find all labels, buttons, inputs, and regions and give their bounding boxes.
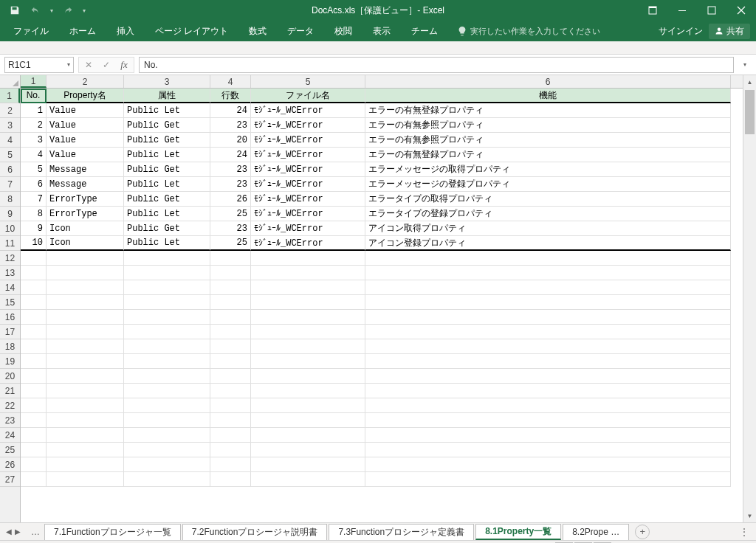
table-cell[interactable] — [210, 443, 251, 457]
table-cell[interactable] — [124, 428, 210, 443]
table-cell[interactable]: エラータイプの取得プロパティ — [365, 192, 731, 207]
table-cell[interactable]: Message — [47, 177, 124, 192]
row-header[interactable]: 9 — [0, 207, 20, 221]
table-cell[interactable] — [124, 339, 210, 354]
table-cell[interactable] — [47, 266, 124, 280]
table-cell[interactable]: 23 — [210, 118, 251, 133]
table-cell[interactable]: エラーの有無参照プロパティ — [365, 133, 731, 148]
ribbon-options-button[interactable] — [638, 0, 667, 21]
table-cell[interactable] — [251, 472, 365, 487]
table-cell[interactable]: Public Let — [124, 103, 210, 118]
table-cell[interactable] — [47, 413, 124, 428]
table-cell[interactable]: Value — [47, 133, 124, 148]
table-cell[interactable] — [210, 413, 251, 428]
table-cell[interactable]: 24 — [210, 103, 251, 118]
sheet-tab[interactable]: 7.2Functionプロシージャ説明書 — [182, 524, 328, 540]
save-button[interactable] — [6, 1, 24, 19]
tab-team[interactable]: チーム — [401, 21, 448, 41]
table-cell[interactable] — [47, 310, 124, 325]
table-cell[interactable] — [365, 443, 731, 457]
table-cell[interactable] — [21, 369, 47, 384]
fx-button[interactable]: fx — [116, 58, 132, 72]
undo-dropdown-icon[interactable]: ▾ — [47, 7, 56, 14]
table-cell[interactable] — [251, 280, 365, 295]
scrollbar-thumb[interactable] — [745, 90, 755, 134]
table-cell[interactable]: 5 — [21, 162, 47, 177]
table-header-cell[interactable]: 行数 — [210, 89, 251, 103]
row-header[interactable]: 21 — [0, 384, 20, 398]
table-cell[interactable] — [251, 369, 365, 384]
table-cell[interactable] — [210, 310, 251, 325]
table-cell[interactable] — [124, 398, 210, 413]
table-cell[interactable] — [124, 280, 210, 295]
table-cell[interactable] — [124, 295, 210, 310]
table-cell[interactable] — [365, 384, 731, 398]
table-cell[interactable] — [124, 413, 210, 428]
table-cell[interactable] — [124, 369, 210, 384]
row-header[interactable]: 10 — [0, 221, 20, 236]
table-cell[interactable] — [124, 457, 210, 472]
tab-page-layout[interactable]: ページ レイアウト — [145, 21, 238, 41]
table-cell[interactable] — [21, 472, 47, 487]
table-cell[interactable] — [251, 398, 365, 413]
table-cell[interactable]: エラータイプの登録プロパティ — [365, 207, 731, 221]
row-header[interactable]: 4 — [0, 133, 20, 148]
table-cell[interactable] — [124, 325, 210, 339]
row-header[interactable]: 23 — [0, 413, 20, 428]
table-cell[interactable] — [47, 369, 124, 384]
sheet-options-icon[interactable]: ⋮ — [732, 527, 756, 537]
table-cell[interactable] — [47, 280, 124, 295]
close-button[interactable] — [726, 0, 756, 21]
table-cell[interactable] — [21, 339, 47, 354]
table-cell[interactable] — [21, 354, 47, 369]
sheet-tab[interactable]: 8.1Property一覧 — [475, 524, 561, 540]
table-cell[interactable] — [210, 339, 251, 354]
table-cell[interactable]: Public Let — [124, 148, 210, 162]
table-cell[interactable] — [365, 295, 731, 310]
table-cell[interactable] — [365, 354, 731, 369]
table-cell[interactable] — [21, 251, 47, 266]
table-cell[interactable] — [365, 339, 731, 354]
table-cell[interactable] — [21, 413, 47, 428]
tab-data[interactable]: データ — [277, 21, 324, 41]
table-cell[interactable] — [124, 472, 210, 487]
table-cell[interactable] — [210, 295, 251, 310]
table-cell[interactable] — [251, 384, 365, 398]
table-cell[interactable]: ErrorType — [47, 192, 124, 207]
table-cell[interactable] — [210, 457, 251, 472]
add-sheet-button[interactable]: + — [635, 525, 650, 539]
table-cell[interactable]: Public Let — [124, 177, 210, 192]
table-cell[interactable]: 8 — [21, 207, 47, 221]
sheet-tab[interactable]: 7.3Functionプロシージャ定義書 — [329, 524, 474, 540]
table-cell[interactable] — [251, 339, 365, 354]
table-cell[interactable]: 2 — [21, 118, 47, 133]
table-cell[interactable] — [124, 384, 210, 398]
table-cell[interactable] — [210, 280, 251, 295]
table-cell[interactable]: アイコン登録プロパティ — [365, 236, 731, 251]
signin-link[interactable]: サインイン — [659, 25, 703, 38]
table-cell[interactable]: ErrorType — [47, 207, 124, 221]
cells-area[interactable]: No.Property名属性行数ファイル名機能1ValuePublic Let2… — [21, 89, 743, 522]
row-header[interactable]: 18 — [0, 339, 20, 354]
table-cell[interactable]: ﾓｼﾞｭｰﾙ_WCError — [251, 148, 365, 162]
table-cell[interactable] — [210, 354, 251, 369]
undo-button[interactable] — [27, 1, 44, 19]
table-cell[interactable]: Value — [47, 148, 124, 162]
table-cell[interactable] — [210, 398, 251, 413]
table-cell[interactable]: Value — [47, 103, 124, 118]
table-cell[interactable]: エラーの有無登録プロパティ — [365, 103, 731, 118]
table-cell[interactable]: 24 — [210, 148, 251, 162]
table-header-cell[interactable]: 属性 — [124, 89, 210, 103]
table-cell[interactable] — [365, 251, 731, 266]
qat-customize-icon[interactable]: ▾ — [80, 7, 89, 14]
table-cell[interactable]: ﾓｼﾞｭｰﾙ_WCError — [251, 207, 365, 221]
table-cell[interactable] — [47, 354, 124, 369]
scroll-up-icon[interactable]: ▲ — [743, 75, 756, 89]
sheet-nav[interactable]: ◀▶ — [0, 528, 27, 536]
table-cell[interactable] — [124, 310, 210, 325]
cancel-formula-button[interactable]: ✕ — [80, 58, 97, 72]
table-cell[interactable] — [21, 457, 47, 472]
table-cell[interactable]: 9 — [21, 221, 47, 236]
table-cell[interactable] — [47, 251, 124, 266]
row-header[interactable]: 20 — [0, 369, 20, 384]
